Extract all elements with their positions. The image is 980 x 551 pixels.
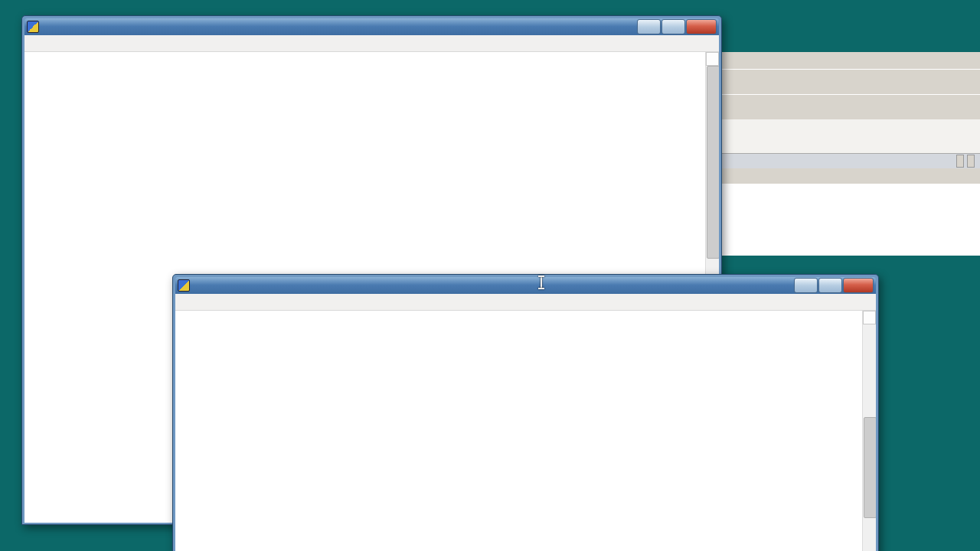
file-list[interactable] [719,184,980,256]
maximize-button[interactable] [662,19,685,34]
file-manager-menubar [719,52,980,69]
idle-app-icon [27,21,39,33]
top-icon-strip [0,0,980,14]
minimize-button[interactable] [637,19,661,34]
editor-titlebar[interactable] [24,18,719,35]
editor-menubar [24,35,719,52]
close-button[interactable] [686,19,717,34]
file-manager-panel-gap [719,119,980,153]
shell-scroll-thumb[interactable] [864,417,876,518]
shell-menubar [175,294,876,311]
file-manager-tab-band [719,153,980,168]
shell-output [175,311,876,314]
idle-shell-icon [178,279,190,292]
editor-code [24,52,719,54]
file-manager-window [718,52,980,256]
shell-titlebar[interactable] [175,277,876,294]
file-list-column-headers [719,168,980,184]
asterisk-button[interactable] [956,155,964,168]
shell-scrollbar[interactable] [862,311,876,551]
file-manager-toolbar-2 [719,94,980,119]
close-button[interactable] [843,278,874,293]
dropdown-button[interactable] [967,155,975,168]
maximize-button[interactable] [818,278,842,293]
shell-text-area[interactable] [175,311,876,551]
scroll-up-icon[interactable] [706,52,719,66]
scroll-up-icon[interactable] [863,311,876,324]
minimize-button[interactable] [794,278,818,293]
shell-window [172,274,879,551]
desktop [0,0,980,551]
editor-scroll-thumb[interactable] [707,66,719,259]
ibeam-cursor [541,276,542,289]
file-manager-toolbar-1 [719,69,980,94]
